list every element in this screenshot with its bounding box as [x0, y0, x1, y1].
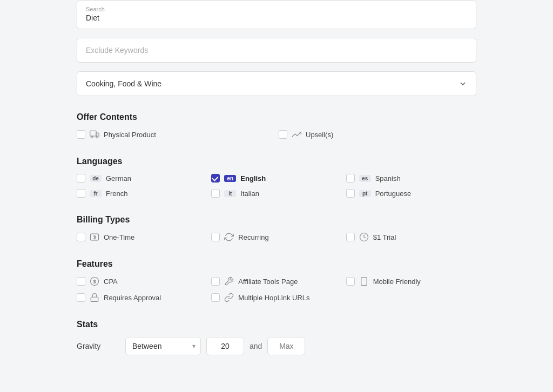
gravity-min-input[interactable]: [206, 337, 244, 355]
chevron-down-icon: [458, 79, 467, 88]
filter-item-recurring[interactable]: Recurring: [211, 232, 341, 242]
label-requires-approval: Requires Approval: [104, 294, 161, 302]
filter-item-french[interactable]: fr French: [77, 189, 207, 198]
badge-it: it: [224, 190, 236, 197]
filter-item-cpa[interactable]: CPA: [77, 276, 207, 286]
filter-item-english[interactable]: en English: [211, 174, 341, 183]
filter-item-requires-approval[interactable]: Requires Approval: [77, 293, 207, 302]
mobile-icon: [359, 276, 369, 286]
link-icon: [224, 293, 234, 302]
checkbox-recurring[interactable]: [211, 233, 220, 241]
gravity-condition-wrap: Between Greater than Less than Equal to: [125, 337, 201, 355]
billing-types-section: Billing Types One-Time Recurring: [77, 215, 476, 242]
label-recurring: Recurring: [238, 233, 268, 241]
label-cpa: CPA: [104, 278, 118, 286]
checkbox-portuguese[interactable]: [346, 189, 355, 198]
billing-types-grid: One-Time Recurring $1 Trial: [77, 232, 476, 242]
label-mobile-friendly: Mobile Friendly: [373, 278, 421, 286]
lock-icon: [90, 293, 99, 302]
checkbox-cpa[interactable]: [77, 277, 85, 286]
features-title: Features: [77, 259, 476, 269]
checkbox-requires-approval[interactable]: [77, 293, 85, 302]
filter-item-one-dollar-trial[interactable]: $1 Trial: [346, 232, 476, 242]
gravity-row: Gravity Between Greater than Less than E…: [77, 337, 476, 355]
label-affiliate-tools: Affiliate Tools Page: [238, 278, 298, 286]
gravity-condition-select[interactable]: Between Greater than Less than Equal to: [125, 337, 201, 355]
checkbox-mobile-friendly[interactable]: [346, 277, 355, 286]
filter-item-upsells[interactable]: Upsell(s): [279, 130, 476, 139]
offer-contents-grid: Physical Product Upsell(s): [77, 130, 476, 139]
label-english: English: [240, 174, 266, 183]
svg-point-2: [91, 136, 93, 138]
filter-item-italian[interactable]: it Italian: [211, 189, 341, 198]
label-one-dollar-trial: $1 Trial: [373, 233, 396, 241]
badge-fr: fr: [90, 190, 102, 197]
svg-point-3: [96, 136, 98, 138]
badge-de: de: [90, 175, 102, 182]
search-label: Search: [86, 6, 467, 12]
filter-item-physical-product[interactable]: Physical Product: [77, 130, 274, 139]
checkbox-italian[interactable]: [211, 189, 220, 198]
gravity-and-label: and: [249, 342, 262, 350]
features-grid: CPA Affiliate Tools Page Mobile Friendly: [77, 276, 476, 302]
checkbox-affiliate-tools[interactable]: [211, 277, 220, 286]
label-physical-product: Physical Product: [104, 131, 156, 139]
svg-rect-9: [361, 278, 367, 286]
filter-item-one-time[interactable]: One-Time: [77, 232, 207, 242]
dollar-circle-icon: [90, 276, 99, 286]
category-value: Cooking, Food & Wine: [86, 79, 161, 88]
checkbox-upsells[interactable]: [279, 130, 287, 139]
filter-item-portuguese[interactable]: pt Portuguese: [346, 189, 476, 198]
checkbox-english[interactable]: [211, 174, 220, 183]
checkbox-spanish[interactable]: [346, 174, 355, 183]
filter-item-mobile-friendly[interactable]: Mobile Friendly: [346, 276, 476, 286]
label-french: French: [106, 190, 127, 198]
checkbox-german[interactable]: [77, 174, 85, 183]
svg-rect-0: [90, 131, 96, 136]
checkbox-french[interactable]: [77, 189, 85, 198]
stats-title: Stats: [77, 320, 476, 329]
checkbox-one-dollar-trial[interactable]: [346, 233, 355, 241]
dollar-square-icon: [90, 232, 99, 242]
label-portuguese: Portuguese: [375, 190, 412, 198]
billing-types-title: Billing Types: [77, 215, 476, 225]
trending-up-icon: [292, 130, 301, 139]
category-dropdown[interactable]: Cooking, Food & Wine: [77, 71, 476, 96]
gravity-max-input[interactable]: [267, 337, 305, 355]
label-upsells: Upsell(s): [306, 131, 333, 139]
filter-item-german[interactable]: de German: [77, 174, 207, 183]
filter-item-spanish[interactable]: es Spanish: [346, 174, 476, 183]
search-input[interactable]: [86, 13, 467, 22]
languages-grid: de German en English es Spanish fr Frenc…: [77, 174, 476, 198]
svg-rect-11: [91, 297, 98, 301]
badge-en: en: [224, 175, 236, 182]
label-spanish: Spanish: [375, 174, 401, 183]
filter-item-affiliate-tools[interactable]: Affiliate Tools Page: [211, 276, 341, 286]
label-multiple-hoplink: Multiple HopLink URLs: [238, 294, 309, 302]
stats-section: Stats Gravity Between Greater than Less …: [77, 320, 476, 355]
badge-es: es: [359, 175, 371, 182]
checkbox-one-time[interactable]: [77, 233, 85, 241]
offer-contents-title: Offer Contents: [77, 112, 476, 122]
exclude-keywords-placeholder: Exclude Keywords: [86, 46, 148, 55]
label-german: German: [106, 174, 131, 183]
truck-icon: [90, 130, 99, 139]
checkbox-multiple-hoplink[interactable]: [211, 293, 220, 302]
exclude-keywords-section[interactable]: Exclude Keywords: [77, 38, 476, 63]
search-section: Search: [77, 0, 476, 29]
label-italian: Italian: [240, 190, 259, 198]
svg-marker-1: [96, 133, 99, 136]
filter-item-multiple-hoplink[interactable]: Multiple HopLink URLs: [211, 293, 341, 302]
gravity-label: Gravity: [77, 342, 120, 350]
checkbox-physical-product[interactable]: [77, 130, 85, 139]
label-one-time: One-Time: [104, 233, 134, 241]
clock-icon: [359, 232, 369, 242]
languages-section: Languages de German en English es Spanis…: [77, 157, 476, 198]
wrench-icon: [224, 276, 234, 286]
features-section: Features CPA Affiliate Tools Page: [77, 259, 476, 302]
offer-contents-section: Offer Contents Physical Product Upsell(s…: [77, 112, 476, 139]
refresh-icon: [224, 232, 234, 242]
badge-pt: pt: [359, 190, 371, 197]
languages-title: Languages: [77, 157, 476, 166]
